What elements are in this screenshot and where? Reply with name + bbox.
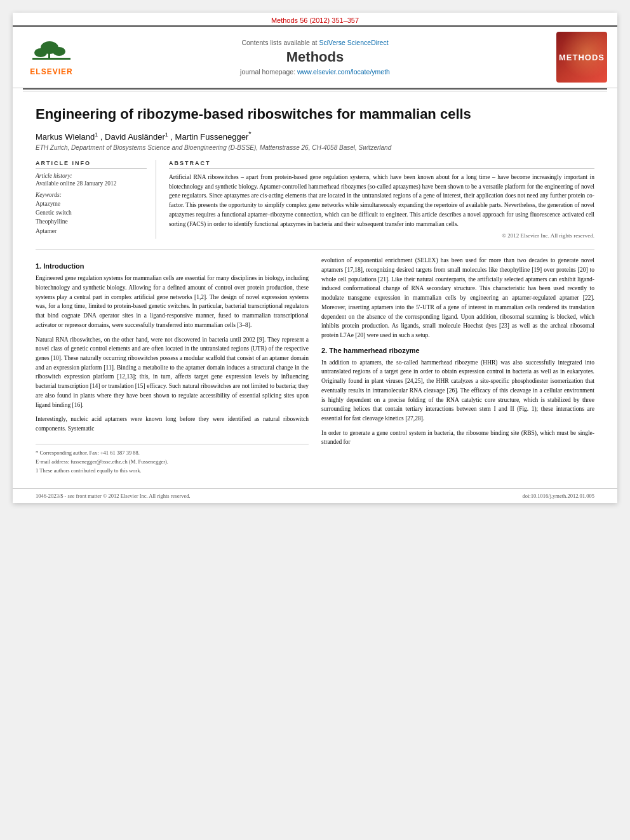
footnote-2-text: E-mail address: fussenegger@bsse.ethz.ch… (36, 458, 168, 465)
body-two-col: 1. Introduction Engineered gene regulati… (36, 256, 594, 476)
keyword-3: Theophylline (36, 217, 147, 226)
body-col-right: evolution of exponential enrichment (SEL… (321, 256, 594, 476)
journal-ref-text: Methods 56 (2012) 351–357 (271, 17, 359, 24)
article-info-heading: ARTICLE INFO (36, 160, 147, 169)
intro-para3: Interestingly, nucleic acid aptamers wer… (36, 415, 309, 433)
elsevier-brand-text: ELSEVIER (30, 67, 72, 76)
article-info-col: ARTICLE INFO Article history: Available … (36, 160, 156, 239)
col2-para3: In order to generate a gene control syst… (321, 429, 594, 447)
sciverse-line: Contents lists available at SciVerse Sci… (86, 39, 544, 46)
hhrzyme-section-num: 2. (321, 347, 327, 354)
paper-content: Engineering of ribozyme-based riboswitch… (13, 93, 617, 488)
homepage-link[interactable]: www.elsevier.com/locate/ymeth (297, 68, 390, 76)
hhrzyme-section-label: The hammerhead ribozyme (329, 347, 419, 354)
elsevier-logo: ELSEVIER (23, 39, 80, 76)
footnote-3: 1 These authors contributed equally to t… (36, 467, 309, 475)
footnotes-area: * Corresponding author. Fax: +41 61 387 … (36, 444, 309, 475)
article-columns: ARTICLE INFO Article history: Available … (36, 160, 594, 239)
intro-section-num: 1. (36, 262, 41, 270)
elsevier-logo-area: ELSEVIER (23, 39, 80, 76)
svg-rect-0 (32, 58, 70, 60)
intro-para2: Natural RNA riboswitches, on the other h… (36, 335, 309, 410)
svg-point-4 (53, 47, 65, 56)
copyright-line: © 2012 Elsevier Inc. All rights reserved… (169, 232, 594, 239)
journal-header-center: Contents lists available at SciVerse Sci… (86, 39, 544, 76)
paper-title: Engineering of ribozyme-based riboswitch… (36, 105, 594, 124)
abstract-col: ABSTRACT Artificial RNA riboswitches – a… (169, 160, 594, 239)
author1-sup: 1 (95, 131, 98, 138)
bottom-bar: 1046-2023/$ - see front matter © 2012 El… (13, 488, 617, 503)
methods-logo: METHODS (556, 32, 607, 83)
methods-logo-area: METHODS (550, 32, 607, 83)
keyword-4: Aptamer (36, 227, 147, 236)
history-label: Article history: (36, 173, 147, 179)
bottom-right-text: doi:10.1016/j.ymeth.2012.01.005 (522, 493, 594, 499)
abstract-heading: ABSTRACT (169, 160, 594, 169)
journal-title: Methods (86, 49, 544, 65)
homepage-line: journal homepage: www.elsevier.com/locat… (86, 68, 544, 76)
sciverse-prefix: Contents lists available at (241, 39, 319, 46)
homepage-prefix: journal homepage: (240, 68, 297, 76)
keyword-1: Aptazyme (36, 199, 147, 208)
footnote-2: E-mail address: fussenegger@bsse.ethz.ch… (36, 458, 309, 466)
hhrzyme-section-title: 2. The hammerhead ribozyme (321, 347, 594, 354)
col2-para2: In addition to aptamers, the so-called h… (321, 358, 594, 423)
keyword-2: Genetic switch (36, 208, 147, 217)
body-col-left: 1. Introduction Engineered gene regulati… (36, 256, 309, 476)
col2-para1: evolution of exponential enrichment (SEL… (321, 256, 594, 340)
intro-para1: Engineered gene regulation systems for m… (36, 274, 309, 330)
bottom-left-text: 1046-2023/$ - see front matter © 2012 El… (36, 493, 191, 499)
header-divider-thin (23, 91, 607, 91)
author2-name: , David Ausländer (100, 132, 165, 142)
page: Methods 56 (2012) 351–357 ELSEVIER Conte… (13, 13, 617, 503)
authors-line: Markus Wieland1 , David Ausländer1 , Mar… (36, 130, 594, 142)
body-divider (36, 249, 594, 250)
methods-logo-text: METHODS (559, 53, 605, 62)
footnote-1: * Corresponding author. Fax: +41 61 387 … (36, 450, 309, 457)
elsevier-tree-icon (29, 39, 74, 67)
author1-name: Markus Wieland (36, 132, 95, 142)
author3-sup: * (248, 130, 251, 138)
journal-header: ELSEVIER Contents lists available at Sci… (13, 25, 617, 88)
sciverse-link[interactable]: SciVerse ScienceDirect (319, 39, 388, 46)
svg-point-3 (34, 48, 47, 57)
keywords-label: Keywords: (36, 192, 147, 198)
abstract-text: Artificial RNA riboswitches – apart from… (169, 173, 594, 229)
author2-sup: 1 (165, 131, 168, 138)
intro-section-title: 1. Introduction (36, 262, 309, 270)
history-value: Available online 28 January 2012 (36, 180, 147, 187)
author3-name: , Martin Fussenegger (170, 132, 248, 142)
header-divider-thick (23, 88, 607, 90)
journal-ref-bar: Methods 56 (2012) 351–357 (13, 13, 617, 25)
affiliation: ETH Zurich, Department of Biosystems Sci… (36, 144, 594, 151)
intro-section-label: Introduction (43, 262, 84, 270)
